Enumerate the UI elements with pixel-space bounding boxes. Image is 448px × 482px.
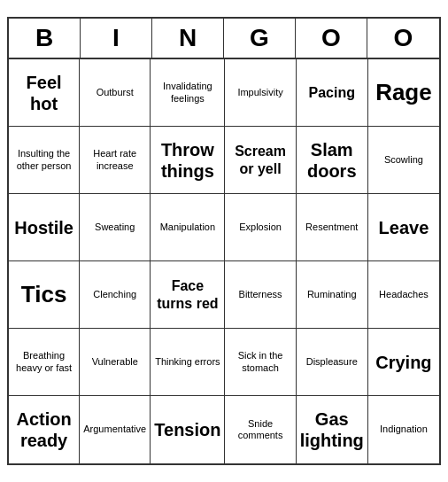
cell-text-30: Action ready (12, 408, 75, 451)
bingo-cell-18: Tics (9, 261, 80, 329)
bingo-cell-4: Pacing (297, 59, 368, 127)
cell-text-6: Insulting the other person (12, 148, 75, 171)
bingo-cell-12: Hostile (9, 194, 80, 261)
cell-text-31: Argumentative (83, 424, 146, 435)
cell-text-14: Manipulation (160, 222, 215, 233)
bingo-cell-13: Sweating (80, 194, 151, 261)
bingo-cell-17: Leave (368, 194, 439, 261)
cell-text-27: Sick in the stomach (228, 350, 291, 373)
bingo-cell-10: Slam doors (297, 127, 368, 194)
bingo-cell-0: Feel hot (9, 59, 80, 127)
bingo-card: BINGOO Feel hotOutburstInvalidating feel… (7, 17, 441, 465)
bingo-cell-3: Impulsivity (225, 59, 296, 127)
cell-text-26: Thinking errors (155, 356, 220, 368)
header-letter-1: I (81, 19, 152, 58)
bingo-cell-33: Snide comments (225, 396, 296, 463)
cell-text-9: Scream or yell (228, 143, 291, 176)
header-letter-5: O (367, 19, 439, 58)
cell-text-29: Crying (375, 352, 431, 373)
bingo-cell-11: Scowling (368, 127, 439, 194)
cell-text-25: Vulnerable (92, 356, 138, 368)
cell-text-8: Throw things (154, 139, 220, 182)
cell-text-13: Sweating (95, 222, 135, 233)
bingo-cell-21: Bitterness (225, 261, 296, 329)
cell-text-0: Feel hot (12, 72, 75, 114)
bingo-cell-23: Headaches (368, 261, 439, 329)
bingo-cell-6: Insulting the other person (9, 127, 80, 194)
cell-text-20: Face turns red (154, 277, 220, 311)
cell-text-5: Rage (375, 79, 432, 106)
cell-text-4: Pacing (309, 84, 355, 101)
bingo-cell-8: Throw things (151, 127, 225, 194)
bingo-cell-28: Displeasure (297, 329, 368, 396)
cell-text-33: Snide comments (228, 418, 291, 441)
bingo-cell-20: Face turns red (151, 261, 225, 329)
bingo-cell-29: Crying (368, 329, 439, 396)
bingo-cell-9: Scream or yell (225, 127, 296, 194)
cell-text-2: Invalidating feelings (154, 81, 220, 104)
header-letter-4: O (296, 19, 367, 58)
bingo-grid: Feel hotOutburstInvalidating feelingsImp… (9, 59, 439, 463)
cell-text-21: Bitterness (239, 289, 282, 300)
cell-text-19: Clenching (93, 289, 136, 300)
bingo-cell-5: Rage (368, 59, 439, 127)
cell-text-32: Tension (154, 419, 220, 440)
cell-text-18: Tics (21, 281, 67, 308)
bingo-cell-24: Breathing heavy or fast (9, 329, 80, 396)
bingo-cell-31: Argumentative (80, 396, 151, 463)
cell-text-23: Headaches (379, 289, 429, 300)
bingo-cell-1: Outburst (80, 59, 151, 127)
header-letter-3: G (224, 19, 296, 58)
cell-text-12: Hostile (14, 217, 73, 238)
bingo-cell-22: Ruminating (297, 261, 368, 329)
bingo-cell-35: Indignation (368, 396, 439, 463)
bingo-cell-19: Clenching (80, 261, 151, 329)
bingo-cell-7: Heart rate increase (80, 127, 151, 194)
bingo-cell-14: Manipulation (151, 194, 225, 261)
bingo-cell-26: Thinking errors (151, 329, 225, 396)
cell-text-35: Indignation (380, 424, 428, 435)
bingo-cell-27: Sick in the stomach (225, 329, 296, 396)
cell-text-16: Resentment (305, 222, 358, 233)
bingo-cell-32: Tension (151, 396, 225, 463)
cell-text-22: Ruminating (307, 289, 357, 300)
bingo-cell-25: Vulnerable (80, 329, 151, 396)
cell-text-34: Gas lighting (300, 408, 364, 451)
bingo-cell-15: Explosion (225, 194, 296, 261)
header-letter-0: B (9, 19, 81, 58)
cell-text-17: Leave (379, 217, 429, 238)
bingo-cell-34: Gas lighting (297, 396, 368, 463)
cell-text-1: Outburst (97, 87, 134, 98)
bingo-cell-16: Resentment (297, 194, 368, 261)
bingo-cell-2: Invalidating feelings (151, 59, 225, 127)
cell-text-15: Explosion (239, 222, 282, 233)
bingo-cell-30: Action ready (9, 396, 80, 463)
cell-text-3: Impulsivity (237, 87, 282, 98)
bingo-header: BINGOO (9, 19, 439, 59)
header-letter-2: N (152, 19, 224, 58)
cell-text-28: Displeasure (306, 356, 358, 368)
cell-text-11: Scowling (384, 154, 423, 166)
cell-text-24: Breathing heavy or fast (12, 350, 75, 373)
cell-text-7: Heart rate increase (83, 148, 146, 171)
cell-text-10: Slam doors (300, 139, 364, 182)
